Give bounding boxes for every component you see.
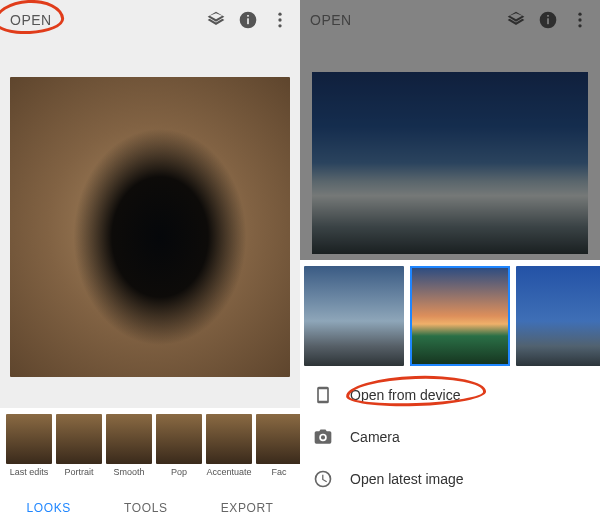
menu-camera[interactable]: Camera <box>306 420 594 454</box>
svg-point-4 <box>278 18 281 21</box>
editor-panel-right: OPEN <box>300 0 600 527</box>
camera-icon <box>312 426 334 448</box>
canvas-area <box>0 40 300 408</box>
filter-thumb <box>106 414 152 464</box>
menu-label: Open latest image <box>350 471 464 487</box>
filter-item-portrait[interactable]: Portrait <box>56 414 102 486</box>
svg-point-5 <box>278 24 281 27</box>
info-icon[interactable] <box>238 10 258 30</box>
recent-thumbnails <box>300 260 600 370</box>
layers-icon[interactable] <box>206 10 226 30</box>
filter-thumb <box>156 414 202 464</box>
recent-thumb[interactable] <box>304 266 404 366</box>
svg-rect-2 <box>247 15 249 17</box>
filter-label: Portrait <box>64 467 93 477</box>
menu-label: Camera <box>350 429 400 445</box>
filter-label: Last edits <box>10 467 49 477</box>
menu-open-latest[interactable]: Open latest image <box>306 462 594 496</box>
topbar: OPEN <box>0 0 300 40</box>
svg-rect-1 <box>247 18 249 24</box>
filter-strip: Last edits Portrait Smooth Pop Accentuat… <box>0 408 300 488</box>
filter-label: Accentuate <box>206 467 251 477</box>
menu-label: Open from device <box>350 387 461 403</box>
tab-export[interactable]: EXPORT <box>221 501 274 515</box>
filter-item-pop[interactable]: Pop <box>156 414 202 486</box>
bottom-tabs: LOOKS TOOLS EXPORT <box>0 488 300 527</box>
dim-overlay[interactable] <box>300 0 600 260</box>
open-sheet: Open from device Camera Open latest imag… <box>300 260 600 527</box>
open-menu: Open from device Camera Open latest imag… <box>300 370 600 500</box>
filter-item-accentuate[interactable]: Accentuate <box>206 414 252 486</box>
editor-panel-left: OPEN Last edits <box>0 0 300 527</box>
recent-thumb-selected[interactable] <box>410 266 510 366</box>
filter-thumb <box>56 414 102 464</box>
topbar-actions <box>206 10 290 30</box>
tab-looks[interactable]: LOOKS <box>27 501 71 515</box>
filter-label: Pop <box>171 467 187 477</box>
phone-icon <box>312 384 334 406</box>
svg-point-3 <box>278 13 281 16</box>
filter-item-last-edits[interactable]: Last edits <box>6 414 52 486</box>
recent-thumb[interactable] <box>516 266 600 366</box>
filter-label: Smooth <box>113 467 144 477</box>
filter-thumb <box>206 414 252 464</box>
filter-thumb <box>256 414 300 464</box>
filter-item-faded[interactable]: Fac <box>256 414 300 486</box>
tab-tools[interactable]: TOOLS <box>124 501 167 515</box>
filter-label: Fac <box>271 467 286 477</box>
more-vert-icon[interactable] <box>270 10 290 30</box>
menu-open-from-device[interactable]: Open from device <box>306 378 594 412</box>
filter-thumb <box>6 414 52 464</box>
main-image[interactable] <box>10 77 290 377</box>
clock-icon <box>312 468 334 490</box>
open-button[interactable]: OPEN <box>10 12 52 28</box>
filter-item-smooth[interactable]: Smooth <box>106 414 152 486</box>
